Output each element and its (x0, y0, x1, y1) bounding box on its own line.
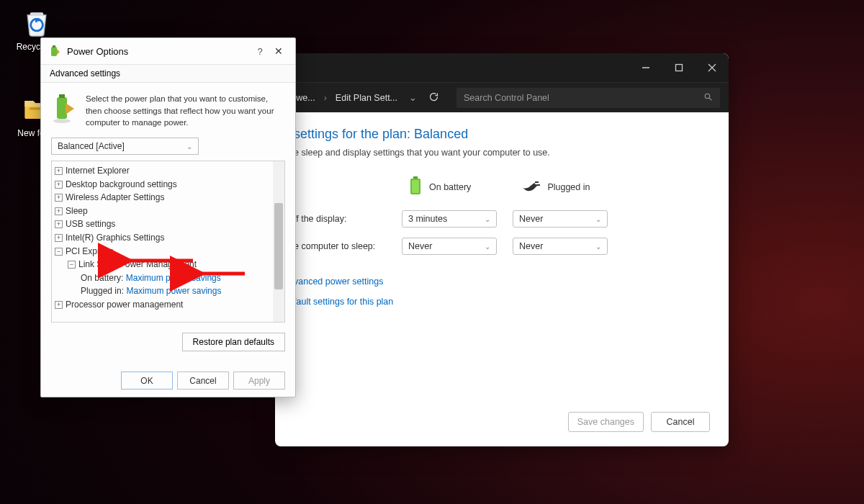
column-header-battery: On battery (409, 176, 471, 197)
tree-leaf-plugged-in[interactable]: Plugged in: Maximum power savings (55, 284, 282, 298)
dialog-titlebar[interactable]: Power Options ? ✕ (41, 38, 295, 64)
tab-advanced-settings[interactable]: Advanced settings (41, 64, 295, 83)
settings-tree: +Internet Explorer +Desktop background s… (51, 161, 285, 323)
tree-leaf-on-battery[interactable]: On battery: Maximum power savings (55, 271, 282, 285)
expand-icon[interactable]: + (55, 301, 63, 309)
cancel-button[interactable]: Cancel (177, 372, 229, 390)
dialog-title: Power Options (67, 46, 251, 57)
collapse-icon[interactable]: − (68, 261, 76, 269)
expand-icon[interactable]: + (55, 220, 63, 228)
expand-icon[interactable]: + (55, 234, 63, 242)
control-panel-body: settings for the plan: Balanced e sleep … (275, 112, 729, 446)
tree-node-usb-settings[interactable]: +USB settings (55, 217, 282, 231)
expand-icon[interactable]: + (55, 207, 63, 215)
power-plan-dropdown[interactable]: Balanced [Active] ⌄ (51, 138, 199, 155)
breadcrumb-item[interactable]: Edit Plan Sett... (334, 90, 399, 106)
select-display-plugged[interactable]: Never⌄ (513, 210, 608, 228)
chevron-down-icon: ⌄ (595, 243, 601, 251)
search-input[interactable]: Search Control Panel (456, 88, 720, 108)
scrollbar-thumb[interactable] (274, 203, 283, 289)
svg-rect-0 (30, 12, 43, 16)
select-sleep-plugged[interactable]: Never⌄ (513, 238, 608, 255)
close-button[interactable] (696, 53, 729, 82)
chevron-down-icon: ⌄ (595, 215, 601, 223)
page-heading: settings for the plan: Balanced (294, 127, 710, 142)
dialog-intro-text: Select the power plan that you want to c… (86, 93, 285, 129)
tree-node-wireless-adapter[interactable]: +Wireless Adapter Settings (55, 191, 282, 204)
power-options-icon (48, 45, 61, 58)
ok-button[interactable]: OK (121, 372, 173, 390)
svg-rect-8 (413, 176, 418, 179)
collapse-icon[interactable]: − (55, 248, 63, 256)
maximize-button[interactable] (662, 53, 696, 82)
svg-point-17 (53, 119, 71, 123)
tree-node-sleep[interactable]: +Sleep (55, 204, 282, 218)
svg-point-6 (705, 94, 710, 99)
row-label-display: ff the display: (294, 214, 402, 224)
tree-node-link-state[interactable]: −Link State Power Management (55, 258, 282, 271)
power-plan-icon (51, 93, 77, 123)
svg-rect-16 (59, 94, 65, 98)
svg-rect-10 (412, 180, 419, 193)
link-advanced-power[interactable]: vanced power settings (294, 276, 710, 287)
cancel-button[interactable]: Cancel (651, 412, 710, 432)
svg-rect-13 (51, 47, 57, 56)
close-button[interactable]: ✕ (269, 45, 288, 57)
breadcrumb-separator-icon: › (323, 93, 328, 103)
refresh-button[interactable] (428, 91, 439, 104)
search-placeholder: Search Control Panel (464, 93, 549, 103)
tree-node-processor-power[interactable]: +Processor power management (55, 298, 282, 312)
link-restore-defaults[interactable]: fault settings for this plan (294, 297, 710, 307)
battery-icon (409, 176, 422, 197)
apply-button[interactable]: Apply (233, 372, 285, 390)
page-subheading: e sleep and display settings that you wa… (294, 148, 710, 158)
scrollbar[interactable] (273, 161, 284, 322)
control-panel-window: Powe... › Edit Plan Sett... ⌄ Search Con… (275, 53, 729, 446)
tree-node-desktop-background[interactable]: +Desktop background settings (55, 178, 282, 192)
svg-rect-12 (536, 184, 540, 186)
select-sleep-battery[interactable]: Never⌄ (402, 238, 497, 255)
svg-rect-11 (535, 181, 539, 183)
expand-icon[interactable]: + (55, 194, 63, 202)
svg-rect-14 (53, 45, 55, 48)
row-label-sleep: e computer to sleep: (294, 241, 402, 251)
expand-icon[interactable]: + (55, 181, 63, 189)
chevron-down-icon: ⌄ (485, 243, 490, 251)
expand-icon[interactable]: + (55, 167, 63, 175)
help-button[interactable]: ? (251, 46, 269, 57)
save-changes-button[interactable]: Save changes (568, 412, 644, 432)
recycle-bin-icon (19, 4, 54, 39)
select-display-battery[interactable]: 3 minutes⌄ (402, 210, 497, 228)
tree-node-pci-express[interactable]: −PCI Express (55, 245, 282, 258)
power-options-dialog: Power Options ? ✕ Advanced settings Sele… (40, 37, 296, 397)
address-bar: Powe... › Edit Plan Sett... ⌄ Search Con… (275, 82, 729, 112)
tree-node-internet-explorer[interactable]: +Internet Explorer (55, 164, 282, 178)
restore-defaults-button[interactable]: Restore plan defaults (182, 333, 285, 351)
window-titlebar[interactable] (275, 53, 729, 82)
svg-rect-15 (57, 97, 67, 119)
chevron-down-icon: ⌄ (485, 215, 490, 223)
chevron-down-icon: ⌄ (186, 143, 192, 150)
plug-icon (521, 179, 540, 194)
search-icon (703, 92, 713, 104)
minimize-button[interactable] (629, 53, 662, 82)
tree-node-intel-graphics[interactable]: +Intel(R) Graphics Settings (55, 231, 282, 245)
svg-rect-3 (676, 65, 683, 71)
column-header-plugged: Plugged in (521, 179, 590, 194)
chevron-down-icon[interactable]: ⌄ (409, 92, 417, 103)
svg-line-7 (709, 98, 711, 100)
